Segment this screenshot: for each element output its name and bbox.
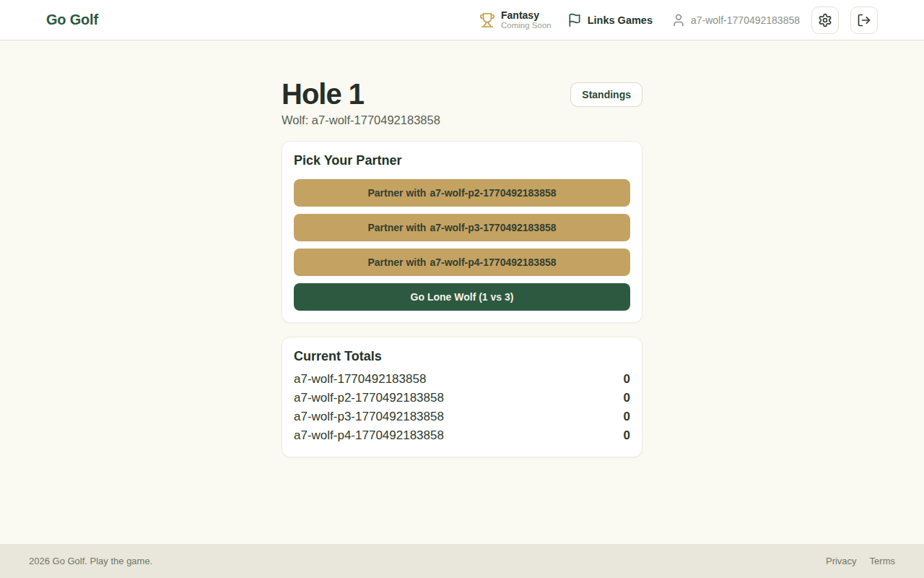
nav-item-links-games[interactable]: Links Games [567,13,653,27]
partner-button-name: a7-wolf-p2-1770492183858 [430,187,556,199]
header-nav: Fantasy Coming Soon Links Games a7-wolf-… [479,7,878,34]
app-logo[interactable]: Go Golf [46,12,98,28]
terms-link[interactable]: Terms [870,556,895,566]
fantasy-label: Fantasy [501,9,552,21]
totals-player-score: 0 [624,372,630,387]
totals-player-name: a7-wolf-p4-1770492183858 [294,428,444,443]
fantasy-sublabel: Coming Soon [501,21,552,30]
copyright-text: 2026 Go Golf. Play the game. [29,556,152,566]
app-header: Go Golf Fantasy Coming Soon [0,0,924,40]
current-totals-heading: Current Totals [294,349,630,364]
current-totals-card: Current Totals a7-wolf-1770492183858 0 a… [282,337,642,457]
page-title: Hole 1 [282,78,364,111]
totals-row: a7-wolf-p2-1770492183858 0 [294,389,630,407]
user-chip: a7-wolf-1770492183858 [671,13,800,27]
nav-item-fantasy[interactable]: Fantasy Coming Soon [479,9,552,30]
totals-row: a7-wolf-p4-1770492183858 0 [294,426,630,445]
partner-button-prefix: Partner with [367,222,426,233]
gear-icon [818,13,832,27]
partner-button-p3[interactable]: Partner with a7-wolf-p3-1770492183858 [294,214,630,241]
trophy-icon [479,12,495,28]
totals-player-score: 0 [624,391,630,405]
flag-icon [567,13,582,27]
username-text: a7-wolf-1770492183858 [691,14,800,26]
links-games-label: Links Games [588,14,653,26]
totals-player-name: a7-wolf-1770492183858 [294,372,426,387]
partner-button-name: a7-wolf-p4-1770492183858 [430,256,556,268]
partner-button-p2[interactable]: Partner with a7-wolf-p2-1770492183858 [294,179,630,207]
pick-partner-card: Pick Your Partner Partner with a7-wolf-p… [282,141,642,323]
totals-player-name: a7-wolf-p3-1770492183858 [294,410,444,424]
pick-partner-heading: Pick Your Partner [294,153,630,168]
main-content: Hole 1 Standings Wolf: a7-wolf-177049218… [282,78,642,457]
logout-button[interactable] [850,7,878,34]
totals-row: a7-wolf-1770492183858 0 [294,370,630,389]
settings-button[interactable] [811,7,839,34]
lone-wolf-button[interactable]: Go Lone Wolf (1 vs 3) [294,283,630,311]
partner-button-name: a7-wolf-p3-1770492183858 [430,222,556,233]
user-icon [671,13,686,27]
standings-button[interactable]: Standings [570,82,642,107]
totals-row: a7-wolf-p3-1770492183858 0 [294,407,630,426]
privacy-link[interactable]: Privacy [826,556,857,566]
logout-icon [857,13,871,27]
totals-player-score: 0 [624,410,630,424]
totals-player-score: 0 [624,428,630,443]
totals-player-name: a7-wolf-p2-1770492183858 [294,391,444,405]
partner-button-p4[interactable]: Partner with a7-wolf-p4-1770492183858 [294,249,630,276]
partner-button-prefix: Partner with [367,256,426,268]
partner-button-prefix: Partner with [367,187,426,199]
page-footer: 2026 Go Golf. Play the game. Privacy Ter… [0,544,924,578]
wolf-subtitle: Wolf: a7-wolf-1770492183858 [282,113,642,127]
footer-links: Privacy Terms [826,556,895,566]
title-row: Hole 1 Standings [282,78,642,111]
